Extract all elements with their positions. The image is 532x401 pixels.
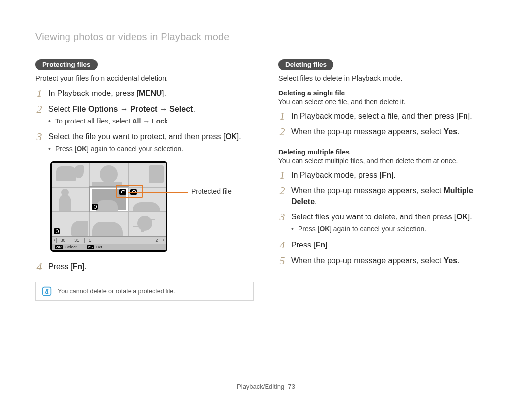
voice-memo-icon [54,228,60,234]
ok-button-label: OK [77,145,87,153]
thumb-selected [90,187,128,212]
step-number: 3 [278,212,286,222]
page-footer: Playback/Editing 73 [0,383,532,390]
step-number: 2 [35,104,43,115]
delete-multi-step-4: Press [Fn]. [291,240,497,250]
deleting-multiple-desc: You can select multiple files, and then … [278,157,497,165]
thumb [90,163,128,187]
deleting-intro: Select files to delete in Playback mode. [278,74,497,82]
step-number: 2 [278,185,286,196]
delete-multi-step-3-bullet: Press [OK] again to cancel your selectio… [291,224,497,234]
protecting-intro: Protect your files from accidental delet… [35,74,254,82]
footer-section: Playback/Editing [237,383,284,390]
protect-step-1: In Playback mode, press [MENU]. [48,88,254,99]
delete-single-step-2: When the pop-up message appears, select … [291,126,497,137]
date-segment: 31 [70,238,83,243]
left-column: Protecting files Protect your files from… [35,59,254,301]
status-set-label: Set [96,245,102,249]
camera-screen: ‹ 30 31 1 2 › OK Select Fn [50,161,167,252]
deleting-multiple-heading: Deleting multiple files [278,148,497,156]
thumb [52,212,90,236]
protect-step-3: Select the file you want to protect, and… [48,131,254,154]
delete-multi-step-2: When the pop-up message appears, select … [291,185,497,207]
delete-multi-step-3: Select files you want to delete, and the… [291,212,497,234]
fn-badge: Fn [87,245,94,249]
thumb [90,212,128,236]
delete-multi-step-5: When the pop-up message appears, select … [291,255,497,266]
step-number: 2 [278,126,286,137]
delete-single-step-1: In Playback mode, select a file, and the… [291,111,497,122]
date-prev-icon: ‹ [54,238,55,243]
svg-rect-0 [43,287,51,296]
protect-step-4: Press [Fn]. [48,261,254,272]
deleting-files-pill: Deleting files [278,59,333,70]
callout-leader-line [128,192,188,193]
date-segment: 1 [84,238,150,243]
status-select-label: Select [65,245,77,249]
thumbnail-screen-figure: ‹ 30 31 1 2 › OK Select Fn [50,161,262,252]
note-box: You cannot delete or rotate a protected … [35,282,254,301]
protect-step-3-bullet: Press [OK] again to cancel your selectio… [48,144,254,154]
protect-step-2-bullet: To protect all files, select All → Lock. [48,117,254,126]
page-header: Viewing photos or videos in Playback mod… [35,31,497,46]
step-number: 4 [35,261,43,272]
deleting-single-heading: Deleting a single file [278,89,497,97]
thumb [52,163,90,187]
thumb [128,187,166,212]
date-scroll-bar: ‹ 30 31 1 2 › [52,236,166,244]
protecting-files-pill: Protecting files [35,59,98,70]
protect-step-2: Select File Options → Protect → Select. … [48,104,254,126]
voice-memo-icon [92,204,98,210]
fn-button-label: Fn [73,262,82,271]
status-bar: OK Select Fn Set [52,244,166,250]
delete-multi-step-1: In Playback mode, press [Fn]. [291,170,497,181]
step-number: 3 [35,131,43,142]
fn-button-label: Fn [382,171,391,179]
ok-button-label: OK [320,225,330,233]
callout-label: Protected file [191,187,232,195]
fn-button-label: Fn [459,112,468,120]
right-column: Deleting files Select files to delete in… [278,59,497,301]
ok-badge: OK [55,245,63,249]
thumb [52,187,90,212]
date-segment: 30 [56,238,69,243]
step-number: 4 [278,240,286,250]
lock-icon [119,189,126,195]
date-next-icon: › [163,238,164,243]
menu-button-label: MENU [139,89,162,97]
step-number: 1 [35,88,43,99]
step-number: 1 [278,170,286,181]
thumb [128,163,166,187]
ok-button-label: OK [225,132,236,141]
ok-button-label: OK [456,213,467,221]
step-number: 1 [278,111,286,122]
info-icon [42,286,52,296]
step-number: 5 [278,255,286,266]
date-segment: 2 [151,238,162,243]
note-text: You cannot delete or rotate a protected … [58,288,175,295]
thumb [128,212,166,236]
deleting-single-desc: You can select one file, and then delete… [278,98,497,106]
footer-page-number: 73 [288,383,295,390]
fn-button-label: Fn [316,241,325,249]
